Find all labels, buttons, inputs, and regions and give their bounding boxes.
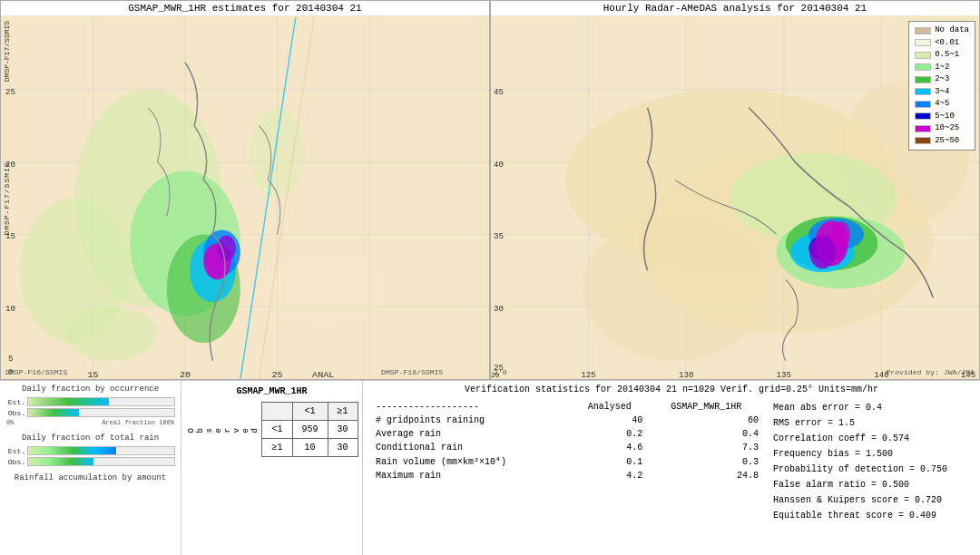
bar-fill-obs1 (28, 409, 79, 416)
contingency-cell-r2c1: 10 (292, 439, 328, 457)
contingency-cell-r2c2: 30 (328, 439, 358, 457)
legend-item-051: 0.5~1 (915, 49, 969, 62)
right-stat-2: Correlation coeff = 0.574 (773, 431, 973, 446)
stats-header-row: ------------------- Analysed GSMAP_MWR_1… (370, 400, 764, 414)
stats-row-label-4: Maximum rain (370, 469, 571, 482)
maps-row: GSMAP_MWR_1HR estimates for 20140304 21 (0, 0, 980, 381)
main-container: GSMAP_MWR_1HR estimates for 20140304 21 (0, 0, 980, 555)
svg-text:2'0: 2'0 (494, 368, 507, 376)
bar-fill-obs2 (28, 458, 93, 465)
stats-row-label-1: Average rain (370, 427, 571, 441)
stats-row-analysed-1: 0.2 (571, 427, 648, 441)
legend-label-510: 5~10 (935, 111, 955, 123)
svg-text:35: 35 (494, 231, 504, 241)
bar-track-obs1 (27, 408, 175, 417)
contingency-table-wrapper: <1 ≥1 <1 959 30 ≥1 (261, 402, 358, 457)
legend-color-051 (915, 52, 931, 59)
contingency-rowlabel-lt1: <1 (262, 421, 292, 439)
svg-point-69 (832, 221, 850, 247)
stats-row-gsmap-3: 0.3 (648, 454, 764, 469)
svg-text:25: 25 (271, 370, 282, 379)
stats-row-2: Conditional rain 4.6 7.3 (370, 441, 764, 454)
stats-row-gsmap-1: 0.4 (648, 427, 764, 441)
stats-row-0: # gridpoints raining 40 60 (370, 414, 764, 427)
left-map-ssmis-label: DMSP-F17/SSMIS (3, 161, 11, 235)
contingency-title: GSMAP_MWR_1HR (236, 386, 307, 396)
contingency-cell-r1c2: 30 (328, 421, 358, 439)
bar-row-obs1: Obs. (5, 408, 175, 417)
stats-header-gsmap: GSMAP_MWR_1HR (648, 400, 764, 414)
bar-chart-1: Est. Obs. 0% Areal fraction 100% (5, 397, 175, 426)
svg-point-31 (65, 307, 158, 361)
svg-point-32 (250, 108, 305, 199)
bar-fill-est2 (28, 447, 116, 454)
bar-label-est1: Est. (5, 398, 25, 406)
svg-text:130: 130 (679, 370, 693, 379)
bar-row-est1: Est. (5, 397, 175, 406)
svg-text:45: 45 (494, 87, 504, 97)
legend-label-1025: 10~25 (935, 122, 959, 135)
left-map-canvas: 15 20 25 ANAL 25 20 15 10 5 0 DMSP-F16/S… (1, 17, 489, 379)
bar-axis-right-1: Areal fraction 100% (102, 419, 174, 426)
svg-text:5: 5 (8, 354, 13, 364)
chart-section2-title: Daily fraction of total rain (5, 433, 175, 443)
contingency-row-ge1: ≥1 10 30 (262, 439, 358, 457)
bar-label-est2: Est. (5, 447, 25, 455)
stats-row-gsmap-0: 60 (648, 414, 764, 427)
legend-item-12: 1~2 (915, 62, 969, 74)
stats-table-area: ------------------- Analysed GSMAP_MWR_1… (370, 400, 973, 551)
svg-text:135: 135 (777, 370, 791, 379)
chart-section1-title: Daily fraction by occurrence (5, 385, 175, 394)
legend-box: No data <0.01 0.5~1 1~2 2~3 (908, 21, 975, 151)
left-map-panel: GSMAP_MWR_1HR estimates for 20140304 21 (0, 0, 490, 380)
right-map-canvas: 45 40 35 30 25 20 125 130 135 140 145 Pr… (491, 17, 979, 379)
right-map-svg: 45 40 35 30 25 20 125 130 135 140 145 Pr… (491, 17, 979, 379)
legend-item-1025: 10~25 (915, 122, 969, 135)
legend-label-12: 1~2 (935, 62, 949, 74)
legend-label-001: <0.01 (935, 37, 959, 50)
legend-color-001 (915, 39, 931, 46)
svg-text:30: 30 (494, 304, 504, 314)
stats-row-3: Rain volume (mm×km²×10⁴) 0.1 0.3 (370, 454, 764, 469)
bar-axis-1: 0% Areal fraction 100% (5, 419, 175, 426)
stats-header-label: ------------------- (370, 400, 571, 414)
stats-row-analysed-2: 4.6 (571, 441, 648, 454)
observed-label: Observed (185, 424, 261, 434)
stats-main-table: ------------------- Analysed GSMAP_MWR_1… (370, 400, 764, 482)
stats-row-label-2: Conditional rain (370, 441, 571, 454)
svg-text:125: 125 (581, 370, 595, 379)
charts-panel: Daily fraction by occurrence Est. Obs. 0… (0, 381, 181, 555)
svg-text:DMSP-F16/SSMIS: DMSP-F16/SSMIS (5, 368, 67, 376)
legend-color-2550 (915, 137, 931, 144)
right-stat-5: False alarm ratio = 0.500 (773, 477, 973, 492)
stats-row-analysed-3: 0.1 (571, 454, 648, 469)
legend-label-nodata: No data (935, 24, 969, 37)
svg-text:20: 20 (180, 370, 191, 379)
right-stat-7: Equitable threat score = 0.409 (773, 508, 973, 523)
legend-color-23 (915, 76, 931, 83)
bar-label-obs2: Obs. (5, 458, 25, 466)
bar-axis-left-1: 0% (6, 419, 14, 426)
svg-text:40: 40 (494, 160, 504, 170)
contingency-panel: GSMAP_MWR_1HR Observed <1 ≥1 (181, 381, 363, 555)
svg-text:15: 15 (87, 370, 98, 379)
svg-text:10: 10 (5, 304, 15, 314)
svg-point-33 (259, 252, 387, 325)
right-stat-3: Frequency bias = 1.500 (773, 446, 973, 462)
contingency-header-row: <1 ≥1 (262, 403, 358, 421)
svg-point-59 (583, 216, 768, 361)
obs-row-wrapper: Observed <1 ≥1 <1 (185, 402, 358, 457)
stats-left-col: ------------------- Analysed GSMAP_MWR_1… (370, 400, 764, 551)
bar-label-obs1: Obs. (5, 409, 25, 417)
bar-row-est2: Est. (5, 446, 175, 455)
legend-label-45: 4~5 (935, 98, 949, 111)
bar-fill-est1 (28, 398, 109, 405)
contingency-table: <1 ≥1 <1 959 30 ≥1 (261, 402, 358, 457)
bar-track-est2 (27, 446, 175, 455)
legend-label-34: 3~4 (935, 86, 949, 99)
legend-item-45: 4~5 (915, 98, 969, 111)
legend-item-23: 2~3 (915, 73, 969, 86)
legend-color-45 (915, 101, 931, 108)
right-stat-4: Probability of detection = 0.750 (773, 462, 973, 477)
legend-item-2550: 25~50 (915, 135, 969, 148)
